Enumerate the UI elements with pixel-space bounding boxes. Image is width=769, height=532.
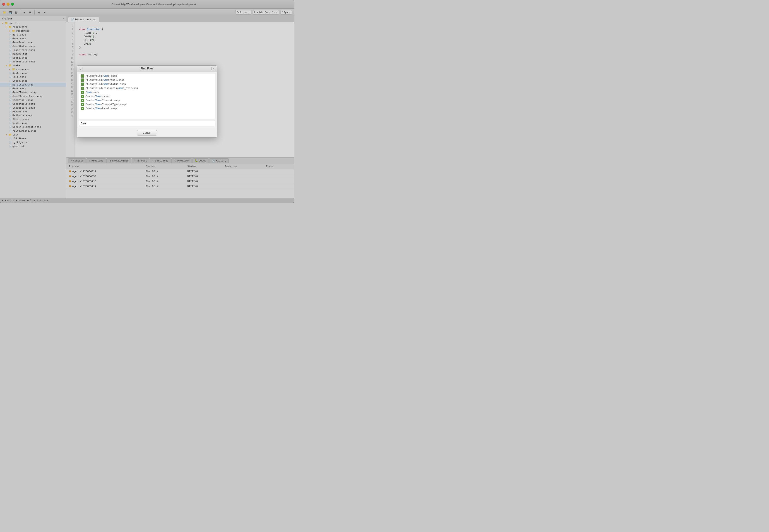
- result-item-9[interactable]: ▶ /snake/GamePanel.snap: [79, 107, 215, 111]
- dialog-footer: Cancel: [77, 128, 217, 137]
- result-file-icon-7: ▶: [81, 99, 84, 102]
- dialog-content: ▶ /flappybird/Game.snap ▶ /flappybird/Ga…: [77, 72, 217, 128]
- dialog-titlebar: □ Find Files ✕: [77, 66, 217, 72]
- dialog-controls: □: [79, 67, 82, 70]
- result-file-icon-8: ▶: [81, 103, 84, 106]
- result-path-7: /snake/GameElement.snap: [85, 99, 120, 102]
- result-item-3[interactable]: ▶ /flappybird/GameStatus.snap: [79, 82, 215, 86]
- result-file-icon-3: ▶: [81, 83, 84, 86]
- result-item-5[interactable]: ▶ /game.apk: [79, 90, 215, 94]
- result-item-6[interactable]: ▶ /snake/Game.snap: [79, 94, 215, 98]
- result-file-icon-9: ▶: [81, 107, 84, 110]
- result-path-9: /snake/GamePanel.snap: [85, 107, 117, 110]
- result-path-4: /flappybird/resources/game_over.png: [85, 87, 138, 90]
- result-path-5: /game.apk: [85, 91, 99, 94]
- dialog-minimize-btn[interactable]: □: [79, 67, 82, 70]
- modal-overlay: □ Find Files ✕ ▶ /flappybird/Game.snap ▶: [0, 0, 294, 203]
- result-item-8[interactable]: ▶ /snake/GameElementType.snap: [79, 102, 215, 107]
- result-path-8: /snake/GameElementType.snap: [85, 103, 126, 106]
- find-files-input[interactable]: [79, 121, 215, 126]
- result-file-icon-6: ▶: [81, 95, 84, 98]
- results-list: ▶ /flappybird/Game.snap ▶ /flappybird/Ga…: [79, 74, 215, 119]
- result-path-3: /flappybird/GameStatus.snap: [85, 83, 126, 85]
- dialog-close-controls: ✕: [212, 67, 215, 70]
- dialog-close-btn[interactable]: ✕: [212, 67, 215, 70]
- result-file-icon-2: ▶: [81, 78, 84, 82]
- result-item-7[interactable]: ▶ /snake/GameElement.snap: [79, 98, 215, 102]
- result-path-1: /flappybird/Game.snap: [85, 74, 117, 77]
- result-file-icon-5: ▶: [81, 91, 84, 94]
- result-item-1[interactable]: ▶ /flappybird/Game.snap: [79, 74, 215, 78]
- result-path-2: /flappybird/GamePanel.snap: [85, 78, 124, 81]
- dialog-title: Find Files: [82, 67, 212, 70]
- result-item-2[interactable]: ▶ /flappybird/GamePanel.snap: [79, 78, 215, 82]
- result-item-4[interactable]: ▶ /flappybird/resources/game_over.png: [79, 86, 215, 90]
- cancel-button[interactable]: Cancel: [137, 130, 157, 135]
- result-file-icon-1: ▶: [81, 74, 84, 78]
- find-files-dialog: □ Find Files ✕ ▶ /flappybird/Game.snap ▶: [77, 65, 217, 138]
- main-window: /Users/niallg/Work/development/snapscrip…: [0, 0, 294, 203]
- result-path-6: /snake/Game.snap: [85, 95, 109, 98]
- search-row: [79, 121, 215, 126]
- result-file-icon-4: ▶: [81, 87, 84, 90]
